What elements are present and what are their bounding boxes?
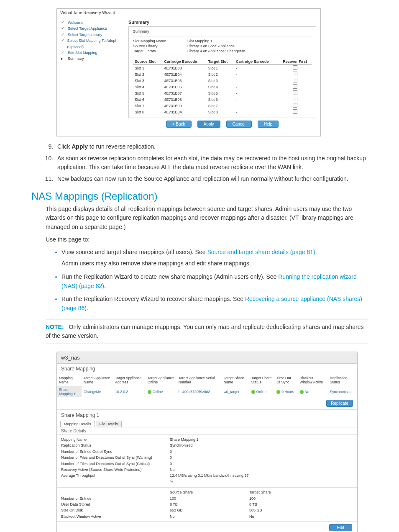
step-9: Click Apply to run reverse replication. bbox=[55, 142, 368, 152]
detail-row: Number of Entries Out of Sync0 bbox=[61, 449, 353, 455]
bullet-3: Run the Replication Recovery Wizard to r… bbox=[61, 295, 368, 313]
share-mapping-table: Mapping NameTarget Appliance NameTarget … bbox=[57, 374, 357, 397]
recover-first-checkbox[interactable] bbox=[293, 109, 297, 114]
section-paragraph-2: Use this page to: bbox=[46, 235, 368, 244]
wizard-slot-row: Slot 54E731B07Slot 5- bbox=[133, 90, 312, 96]
wizard-screenshot: Virtual Tape Recovery Wizard ✓Welcome ✓S… bbox=[56, 8, 321, 136]
detail-row: Replication StatusSynchronised bbox=[61, 442, 353, 448]
help-button[interactable]: Help bbox=[258, 121, 279, 128]
status-icon bbox=[148, 390, 151, 394]
compare-row: User Data Stored8 TB8 TB bbox=[57, 501, 357, 507]
tab-mapping-details[interactable]: Mapping Details bbox=[60, 421, 95, 427]
replicate-button[interactable]: Replicate bbox=[326, 400, 353, 407]
recover-first-checkbox[interactable] bbox=[293, 72, 297, 76]
wizard-slot-row: Slot 34E731B05Slot 3- bbox=[133, 77, 312, 84]
bullet-2: Run the Replication Wizard to create new… bbox=[61, 272, 368, 290]
wizard-slot-row: Slot 64E731B08Slot 6- bbox=[133, 96, 312, 103]
back-button[interactable]: < Back bbox=[166, 121, 192, 128]
wizard-slot-table: Source Slot Cartridge Barcode Target Slo… bbox=[133, 59, 312, 115]
note-label: NOTE: bbox=[46, 324, 64, 330]
wizard-section-title: Summary bbox=[128, 20, 316, 25]
status-icon bbox=[251, 390, 255, 394]
detail-row: Number of Files and Directories Out of S… bbox=[61, 461, 353, 467]
mapping-details-grid: Mapping NameShare Mapping 1Replication S… bbox=[57, 435, 357, 486]
compare-row: Number of Entries100100 bbox=[57, 496, 357, 501]
compare-row: Size On Disk652 GB505 GB bbox=[57, 507, 357, 513]
cancel-button[interactable]: Cancel bbox=[226, 121, 252, 128]
tab-row: Mapping Details File Details bbox=[57, 421, 357, 427]
detail-row: Average Throughput12.4 MB/s using 3.1 Mb… bbox=[61, 473, 353, 485]
nas-page-title: w3_nas bbox=[56, 352, 358, 363]
detail-row: Mapping NameShare Mapping 1 bbox=[61, 437, 353, 442]
wizard-slot-row: Slot 24E731B04Slot 2- bbox=[133, 71, 312, 77]
status-icon bbox=[276, 390, 280, 394]
share-details-label: Share Details bbox=[57, 427, 357, 435]
step-10: As soon as reverse replication completes… bbox=[55, 154, 368, 172]
link-source-target-details[interactable]: Source and target share details (page 81… bbox=[207, 249, 315, 255]
compare-row: Blackout Window ActiveNoNo bbox=[57, 514, 357, 519]
note-block: NOTE: Only administrators can manage map… bbox=[46, 319, 368, 344]
step-11: New backups can now run to the Source Ap… bbox=[55, 175, 368, 184]
wizard-title: Virtual Tape Recovery Wizard bbox=[57, 9, 320, 17]
wizard-slot-row: Slot 74E731B09Slot 7- bbox=[133, 103, 312, 109]
status-icon bbox=[300, 390, 304, 394]
edit-button[interactable]: Edit bbox=[329, 524, 352, 531]
detail-row: Recovery Active (Source Share Write Prot… bbox=[61, 467, 353, 473]
wizard-slot-row: Slot 14E731B03Slot 1- bbox=[133, 65, 312, 72]
wizard-slot-row: Slot 44E731B06Slot 4- bbox=[133, 84, 312, 90]
bullet-1: View source and target share mappings (a… bbox=[61, 248, 368, 268]
detail-row: Number of Files and Directories Out of S… bbox=[61, 455, 353, 460]
wizard-steps-sidebar: ✓Welcome ✓Select Target Appliance ✓Selec… bbox=[57, 17, 128, 136]
nas-mapping-screenshot: w3_nas Share Mapping Mapping NameTarget … bbox=[56, 352, 358, 532]
apply-button[interactable]: Apply bbox=[197, 121, 220, 128]
recover-first-checkbox[interactable] bbox=[293, 78, 297, 82]
section-paragraph-1: This page displays details of all replic… bbox=[46, 205, 368, 232]
recover-first-checkbox[interactable] bbox=[293, 65, 297, 70]
wizard-slot-row: Slot 84E731B0ASlot 8- bbox=[133, 109, 312, 115]
share-mapping-header: Share Mapping bbox=[57, 364, 357, 374]
recover-first-checkbox[interactable] bbox=[293, 103, 297, 108]
instruction-steps: Click Apply to run reverse replication. … bbox=[46, 142, 368, 184]
bullet-list: View source and target share mappings (a… bbox=[53, 248, 368, 313]
recover-first-checkbox[interactable] bbox=[293, 90, 297, 95]
share-mapping-1-title: Share Mapping 1 bbox=[57, 409, 357, 421]
recover-first-checkbox[interactable] bbox=[293, 97, 297, 101]
tab-file-details[interactable]: File Details bbox=[96, 421, 122, 427]
section-heading: NAS Mappings (Replication) bbox=[31, 190, 368, 202]
recover-first-checkbox[interactable] bbox=[293, 84, 297, 89]
